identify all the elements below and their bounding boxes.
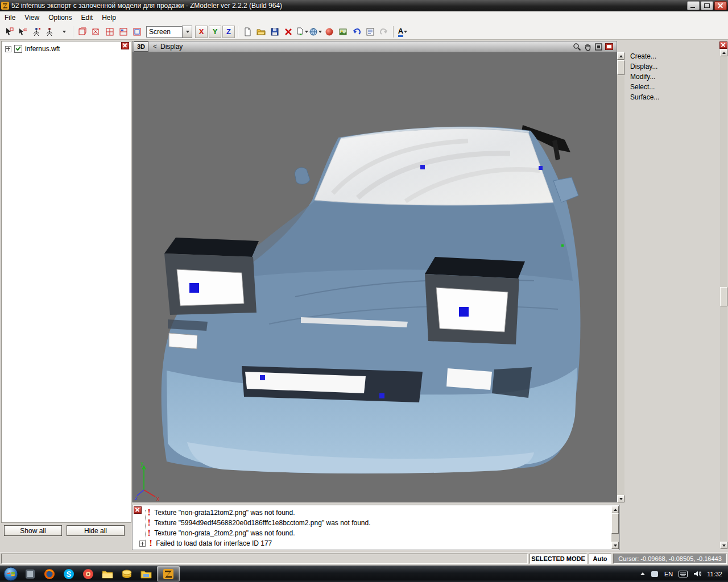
log-row: ! Texture "5994d9edf4568820e0d186fffc1e8… (147, 518, 371, 528)
pan-tool-icon[interactable] (584, 43, 592, 51)
menu-view[interactable]: View (20, 12, 44, 23)
log-panel: ! Texture "non-grata12tom2.png" was not … (132, 505, 620, 550)
command-create[interactable]: Create... (626, 51, 720, 61)
select-tool-icon[interactable] (2, 25, 16, 39)
view-layout-2-icon[interactable] (89, 25, 103, 39)
export-dropdown[interactable] (309, 25, 322, 39)
taskbar-icon-folder-2[interactable] (138, 567, 155, 581)
warning-icon: ! (147, 509, 151, 516)
command-scroll-thumb[interactable] (720, 287, 727, 306)
scene-tree-close-icon[interactable] (121, 42, 129, 49)
tree-expand-toggle[interactable] (5, 46, 11, 52)
save-file-icon[interactable] (268, 25, 282, 39)
hide-all-button[interactable]: Hide all (67, 525, 125, 536)
log-row-expandable: ! Failed to load data for interface ID 1… (139, 538, 272, 548)
minimize-button[interactable] (687, 1, 700, 10)
taskbar-task-zmodeler[interactable] (157, 566, 180, 581)
tray-expand-icon[interactable] (640, 572, 645, 575)
tree-root-label[interactable]: infernus.wft (25, 45, 60, 53)
close-button[interactable] (714, 1, 727, 10)
axis-gizmo: y z x (135, 460, 162, 501)
new-file-icon[interactable] (241, 25, 254, 39)
log-tree-line (145, 510, 146, 541)
import-dropdown[interactable] (295, 25, 309, 39)
command-panel-close-icon[interactable] (719, 41, 727, 49)
undo-icon[interactable] (350, 25, 363, 39)
command-scroll-up[interactable] (720, 49, 727, 56)
taskbar-icon-skype[interactable] (60, 567, 77, 581)
zoom-tool-icon[interactable] (573, 43, 581, 51)
viewport-3d-canvas[interactable]: y z x (132, 52, 617, 502)
close-view-icon[interactable] (605, 43, 613, 50)
language-indicator[interactable]: EN (664, 571, 673, 577)
objects-mode-icon[interactable] (43, 25, 57, 39)
view-layout-3-icon[interactable] (103, 25, 117, 39)
command-display[interactable]: Display... (626, 61, 720, 72)
menu-help[interactable]: Help (97, 12, 121, 23)
command-modify[interactable]: Modify... (626, 72, 720, 82)
taskbar-icon-folder[interactable] (99, 567, 116, 581)
view-layout-5-icon[interactable] (130, 25, 144, 39)
screen-selector-dropdown[interactable]: Screen (146, 26, 192, 38)
command-surface[interactable]: Surface... (626, 92, 720, 102)
viewport-header: 3D < Display (132, 41, 617, 52)
axis-z-button[interactable]: Z (222, 26, 235, 38)
keyboard-layout-icon[interactable] (679, 571, 688, 577)
taskbar-icon-app[interactable] (22, 567, 39, 581)
system-tray: EN 11:32 (640, 570, 728, 577)
warning-icon: ! (149, 540, 152, 547)
warning-icon: ! (147, 519, 151, 526)
viewport-scroll-thumb[interactable] (617, 60, 624, 75)
windows-taskbar: EN 11:32 (0, 566, 728, 582)
material-editor-icon[interactable] (322, 25, 336, 39)
maximize-view-icon[interactable] (594, 43, 603, 51)
maximize-button[interactable] (701, 1, 713, 10)
texture-browser-icon[interactable] (336, 25, 350, 39)
selected-mode-indicator[interactable]: SELECTED MODE (530, 554, 587, 564)
command-scroll-down[interactable] (720, 542, 727, 549)
viewport-scrollbar[interactable] (617, 52, 624, 502)
auto-mode-toggle[interactable]: Auto (589, 554, 611, 564)
log-close-icon[interactable] (134, 506, 142, 514)
start-button[interactable] (2, 567, 19, 581)
log-scroll-down[interactable] (611, 542, 619, 549)
menu-file[interactable]: File (0, 12, 20, 23)
select-area-tool-icon[interactable] (16, 25, 30, 39)
clock[interactable]: 11:32 (707, 571, 722, 577)
main-toolbar: Screen X Y Z A (0, 24, 728, 40)
window-title: 52 infernus экспорт с залоченной модели … (11, 2, 686, 10)
view-layout-4-icon[interactable] (117, 25, 130, 39)
log-scroll-thumb[interactable] (611, 513, 619, 534)
taskbar-icon-media-player[interactable] (80, 567, 97, 581)
delete-icon[interactable] (282, 25, 295, 39)
axis-x-button[interactable]: X (195, 26, 208, 38)
redo-icon[interactable] (377, 25, 391, 39)
tray-app-icon[interactable] (651, 571, 659, 577)
taskbar-icon-webmoney[interactable] (118, 567, 135, 581)
command-select[interactable]: Select... (626, 82, 720, 92)
open-file-icon[interactable] (254, 25, 268, 39)
menu-options[interactable]: Options (44, 12, 76, 23)
viewport-back-arrow[interactable]: < (153, 43, 157, 51)
viewport-scroll-down[interactable] (617, 495, 624, 502)
axis-y-button[interactable]: Y (209, 26, 221, 38)
mode-dropdown[interactable] (57, 25, 71, 39)
appearance-dropdown[interactable]: A (396, 25, 410, 39)
viewport-scroll-up[interactable] (617, 52, 624, 60)
volume-icon[interactable] (693, 570, 701, 577)
screen-selector-value: Screen (149, 28, 171, 36)
warning-icon: ! (147, 530, 151, 537)
log-expand-toggle[interactable] (139, 541, 146, 547)
log-scroll-up[interactable] (611, 506, 619, 513)
view-layout-1-icon[interactable] (76, 25, 89, 39)
vertices-mode-icon[interactable] (30, 25, 43, 39)
viewport-mode-button[interactable]: 3D (134, 41, 148, 52)
title-bar: 52 infernus экспорт с залоченной модели … (0, 0, 728, 11)
viewport-view-name[interactable]: Display (160, 43, 183, 51)
svg-text:z: z (135, 495, 138, 501)
taskbar-icon-firefox[interactable] (41, 567, 58, 581)
tree-visibility-checkbox[interactable] (14, 45, 22, 53)
log-window-icon[interactable] (363, 25, 377, 39)
show-all-button[interactable]: Show all (4, 525, 62, 536)
menu-edit[interactable]: Edit (77, 12, 98, 23)
